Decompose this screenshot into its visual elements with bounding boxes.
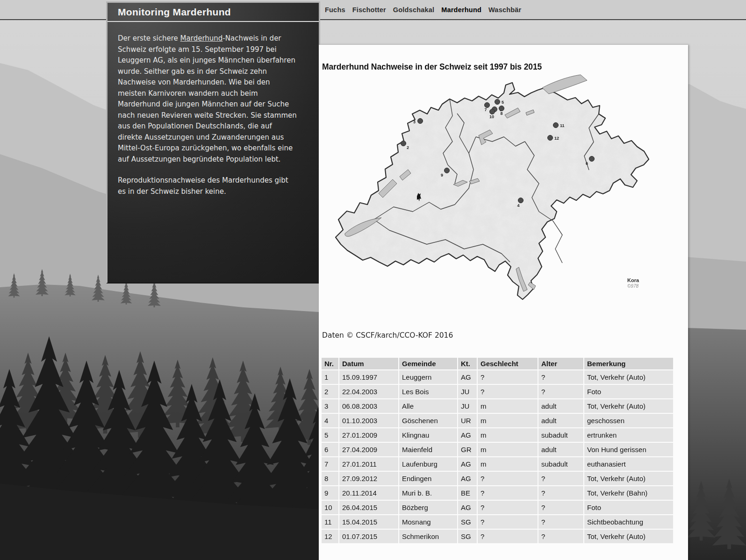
table-cell: Endingen — [399, 472, 457, 485]
table-row: 627.04.2009MaienfeldGRmadultVon Hund ger… — [322, 443, 673, 456]
table-cell: 26.04.2015 — [339, 501, 398, 514]
table-cell: 11 — [322, 515, 338, 529]
kora-label: Kora — [627, 277, 639, 283]
table-cell: UR — [458, 414, 477, 427]
info-panel: Monitoring Marderhund Der erste sichere … — [106, 1, 320, 284]
column-header: Geschlecht — [478, 358, 538, 369]
kora-logo: Kora ©978 — [627, 277, 639, 289]
table-cell: 01.07.2015 — [339, 530, 398, 543]
column-header: Nr. — [322, 358, 338, 369]
table-cell: 9 — [322, 486, 338, 500]
panel-text: Der erste sichere Marderhund-Nachweis in… — [108, 22, 319, 197]
table-cell: 3 — [322, 399, 338, 413]
table-cell: Muri b. B. — [399, 486, 457, 500]
species-nav: FuchsFischotterGoldschakalMarderhundWasc… — [325, 0, 521, 19]
panel-title: Monitoring Marderhund — [108, 3, 319, 22]
table-cell: 10 — [322, 501, 338, 514]
marker-dot-5 — [495, 99, 500, 105]
marker-label-5: 5 — [502, 100, 504, 105]
table-header-row: Nr.DatumGemeindeKt.GeschlechtAlterBemerk… — [322, 358, 673, 369]
table-cell: Tot, Verkehr (Auto) — [584, 472, 673, 485]
tab-marderhund[interactable]: Marderhund — [441, 6, 481, 14]
table-cell: SG — [458, 530, 477, 543]
table-cell: 20.11.2014 — [339, 486, 398, 500]
tab-goldschakal[interactable]: Goldschakal — [393, 6, 434, 14]
tab-fuchs[interactable]: Fuchs — [325, 6, 345, 14]
column-header: Alter — [538, 358, 583, 369]
table-cell: 01.10.2003 — [339, 414, 398, 427]
table-cell: 12 — [322, 530, 338, 543]
table-cell: Tot, Verkehr (Auto) — [584, 370, 673, 384]
table-cell: 06.08.2003 — [339, 399, 398, 413]
marker-label-3: 3 — [413, 120, 416, 124]
table-cell: SG — [458, 515, 477, 529]
relief-shading — [319, 71, 665, 312]
table-cell: Klingnau — [399, 428, 457, 442]
table-row: 920.11.2014Muri b. B.BE??Tot, Verkehr (B… — [322, 486, 673, 500]
marker-label-11: 11 — [560, 123, 565, 128]
table-cell: 6 — [322, 443, 338, 456]
table-row: 527.01.2009KlingnauAGmsubadultertrunken — [322, 428, 673, 442]
table-cell: Foto — [584, 385, 673, 398]
marker-dot-2 — [401, 141, 406, 146]
table-cell: ? — [478, 385, 538, 398]
table-cell: ? — [538, 501, 583, 514]
table-cell: subadult — [538, 428, 583, 442]
table-cell: 22.04.2003 — [339, 385, 398, 398]
records-table: Nr.DatumGemeindeKt.GeschlechtAlterBemerk… — [321, 357, 674, 544]
column-header: Gemeinde — [399, 358, 457, 369]
table-cell: ? — [478, 515, 538, 529]
table-row: 1201.07.2015SchmerikonSG??Tot, Verkehr (… — [322, 530, 673, 543]
content-panel: Marderhund Nachweise in der Schweiz seit… — [319, 45, 688, 560]
table-row: 306.08.2003AlleJUmadultTot, Verkehr (Aut… — [322, 399, 673, 413]
intro-paragraph: Der erste sichere Marderhund-Nachweis in… — [118, 33, 297, 165]
marker-label-9: 9 — [441, 173, 443, 177]
table-cell: Leuggern — [399, 370, 457, 384]
column-header: Datum — [339, 358, 398, 369]
marker-dot-3 — [418, 119, 423, 124]
table-cell: GR — [458, 443, 477, 456]
marderhund-link[interactable]: Marderhund — [180, 34, 223, 43]
table-cell: Göschenen — [399, 414, 457, 427]
table-cell: Mosnang — [399, 515, 457, 529]
table-cell: m — [478, 414, 538, 427]
tab-fischotter[interactable]: Fischotter — [352, 6, 386, 14]
table-cell: 4 — [322, 414, 338, 427]
table-cell: ? — [538, 486, 583, 500]
table-cell: 2 — [322, 385, 338, 398]
table-cell: 5 — [322, 428, 338, 442]
table-row: 727.01.2011LaufenburgAGmsubadulteuthanas… — [322, 457, 673, 471]
tab-waschbär[interactable]: Waschbär — [488, 6, 521, 14]
table-cell: ? — [538, 530, 583, 543]
table-cell: Schmerikon — [399, 530, 457, 543]
second-paragraph: Reproduktionsnachweise des Marderhundes … — [118, 175, 297, 197]
table-cell: AG — [458, 428, 477, 442]
table-cell: m — [478, 443, 538, 456]
table-cell: Les Bois — [399, 385, 457, 398]
table-cell: ? — [478, 486, 538, 500]
table-cell: m — [478, 428, 538, 442]
table-cell: 8 — [322, 472, 338, 485]
switzerland-map: 123456789101112 Kora ©978 — [319, 71, 665, 312]
table-cell: Alle — [399, 399, 457, 413]
table-cell: Tot, Verkehr (Auto) — [584, 530, 673, 543]
table-cell: Maienfeld — [399, 443, 457, 456]
table-row: 401.10.2003GöschenenURmadultgeschossen — [322, 414, 673, 427]
table-cell: ? — [478, 501, 538, 514]
table-cell: AG — [458, 457, 477, 471]
table-cell: ertrunken — [584, 428, 673, 442]
table-cell: BE — [458, 486, 477, 500]
map-title: Marderhund Nachweise in der Schweiz seit… — [322, 62, 542, 72]
table-cell: euthanasiert — [584, 457, 673, 471]
table-cell: ? — [538, 472, 583, 485]
kora-sub: ©978 — [627, 284, 638, 289]
table-cell: ? — [478, 530, 538, 543]
table-cell: adult — [538, 414, 583, 427]
table-cell: Laufenburg — [399, 457, 457, 471]
table-row: 222.04.2003Les BoisJU??Foto — [322, 385, 673, 398]
table-cell: JU — [458, 385, 477, 398]
page: FuchsFischotterGoldschakalMarderhundWasc… — [0, 0, 746, 560]
table-cell: m — [478, 457, 538, 471]
table-cell: Tot, Verkehr (Auto) — [584, 399, 673, 413]
marker-dot-12 — [548, 135, 553, 141]
